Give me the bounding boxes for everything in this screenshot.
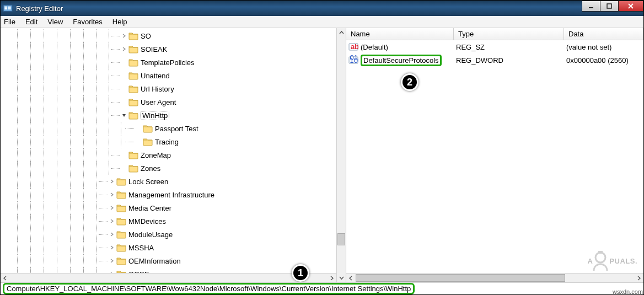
minimize-button[interactable] [582, 1, 600, 12]
tree-item-label: Url History [141, 85, 174, 93]
column-name[interactable]: Name [346, 28, 454, 40]
titlebar[interactable]: Registry Editor [1, 1, 643, 16]
expand-arrow-icon[interactable] [109, 244, 115, 251]
tree-item-label: Management Infrastructure [128, 191, 214, 199]
tree-item[interactable]: OEMInformation [1, 254, 346, 267]
tree-item[interactable]: Lock Screen [1, 175, 346, 188]
svg-text:ab: ab [351, 42, 358, 51]
tree-item-label: Unattend [141, 72, 170, 80]
expand-arrow-icon[interactable] [109, 205, 115, 211]
tree-item[interactable]: Url History [1, 82, 346, 95]
close-button[interactable] [618, 1, 643, 12]
expand-arrow-icon[interactable] [121, 85, 127, 92]
menubar: File Edit View Favorites Help [1, 16, 643, 28]
tree-item-label: ZoneMap [141, 151, 171, 159]
expand-arrow-icon[interactable] [109, 231, 115, 238]
menu-file[interactable]: File [4, 18, 15, 26]
expand-arrow-icon[interactable] [121, 72, 127, 79]
expand-arrow-icon[interactable] [109, 178, 115, 185]
tree-item[interactable]: ZoneMap [1, 148, 346, 162]
registry-tree[interactable]: SOSOIEAKTemplatePoliciesUnattendUrl Hist… [1, 28, 346, 273]
tree-item[interactable]: SOIEAK [1, 42, 346, 56]
value-type: REG_SZ [454, 43, 564, 51]
value-row[interactable]: ab(Default)REG_SZ(value not set) [346, 40, 643, 53]
maximize-button[interactable] [600, 1, 619, 12]
annotation-badge-1: 1 [292, 264, 309, 282]
column-data[interactable]: Data [564, 28, 643, 40]
workspace: SOSOIEAKTemplatePoliciesUnattendUrl Hist… [1, 28, 643, 282]
expand-arrow-icon[interactable] [109, 258, 115, 264]
values-list[interactable]: ab(Default)REG_SZ(value not set)01101001… [346, 40, 643, 273]
value-type: REG_DWORD [454, 56, 564, 65]
expand-arrow-icon[interactable] [121, 152, 127, 158]
column-type[interactable]: Type [454, 28, 564, 40]
address-path: Computer\HKEY_LOCAL_MACHINE\SOFTWARE\Wow… [3, 283, 415, 294]
values-scrollbar-horizontal[interactable] [346, 273, 643, 282]
tree-item[interactable]: Unattend [1, 69, 346, 82]
tree-item[interactable]: Tracing [1, 135, 346, 148]
tree-item[interactable]: ModuleUsage [1, 228, 346, 241]
expand-arrow-icon[interactable] [121, 33, 127, 39]
menu-view[interactable]: View [47, 18, 63, 26]
scroll-down-button[interactable] [337, 273, 346, 282]
value-row[interactable]: 01101001DefaultSecureProtocolsREG_DWORD0… [346, 53, 643, 67]
tree-pane: SOSOIEAKTemplatePoliciesUnattendUrl Hist… [1, 28, 346, 282]
tree-item[interactable]: User Agent [1, 95, 346, 109]
scroll-thumb[interactable] [356, 274, 565, 282]
expand-arrow-icon[interactable] [121, 165, 127, 171]
expand-arrow-icon[interactable] [109, 218, 115, 224]
value-data: 0x00000a00 (2560) [564, 56, 643, 65]
tree-item[interactable]: TemplatePolicies [1, 56, 346, 69]
svg-marker-8 [122, 114, 126, 117]
value-name: (Default) [361, 43, 388, 51]
tree-item[interactable]: Zones [1, 162, 346, 175]
regedit-window: Registry Editor File Edit View Favorites… [0, 0, 644, 295]
scroll-up-button[interactable] [337, 28, 346, 37]
tree-item-label: Zones [141, 164, 160, 173]
tree-item-label: Tracing [155, 138, 179, 146]
menu-help[interactable]: Help [112, 18, 127, 26]
value-name: DefaultSecureProtocols [361, 55, 442, 66]
svg-text:1001: 1001 [350, 56, 359, 65]
svg-rect-5 [607, 4, 611, 8]
tree-item-label: SO [141, 32, 151, 40]
tree-item-label: Media Center [128, 204, 171, 212]
svg-rect-2 [4, 8, 7, 9]
expand-arrow-icon[interactable] [121, 46, 127, 52]
tree-item-label: WinHttp [141, 111, 169, 120]
tree-item-label: SOIEAK [141, 45, 167, 53]
tree-item[interactable]: Management Infrastructure [1, 188, 346, 201]
tree-item[interactable]: Media Center [1, 201, 346, 214]
values-header: Name Type Data [346, 28, 643, 40]
tree-item-label: ModuleUsage [128, 230, 173, 239]
expand-arrow-icon[interactable] [135, 138, 142, 145]
tree-item[interactable]: MMDevices [1, 214, 346, 228]
tree-item[interactable]: SO [1, 29, 346, 42]
tree-item[interactable]: WinHttp [1, 109, 346, 122]
values-pane: Name Type Data ab(Default)REG_SZ(value n… [346, 28, 643, 282]
expand-arrow-icon[interactable] [109, 191, 115, 198]
scroll-right-button[interactable] [634, 273, 643, 282]
watermark: A PUALS. [587, 249, 637, 273]
scroll-thumb[interactable] [337, 233, 345, 245]
menu-edit[interactable]: Edit [25, 18, 37, 26]
tree-item[interactable]: Passport Test [1, 122, 346, 135]
scroll-left-button[interactable] [1, 273, 10, 282]
expand-arrow-icon[interactable] [135, 125, 142, 132]
expand-arrow-icon[interactable] [121, 112, 127, 119]
tree-scrollbar-horizontal[interactable] [1, 273, 336, 282]
tree-scrollbar-vertical[interactable] [336, 28, 346, 282]
statusbar: Computer\HKEY_LOCAL_MACHINE\SOFTWARE\Wow… [1, 282, 643, 294]
menu-favorites[interactable]: Favorites [73, 18, 102, 26]
tree-item-label: User Agent [141, 98, 176, 106]
expand-arrow-icon[interactable] [121, 59, 127, 66]
tree-item-label: MSSHA [128, 244, 154, 252]
scroll-left-button[interactable] [346, 273, 356, 282]
window-title: Registry Editor [16, 4, 63, 13]
svg-rect-15 [598, 251, 603, 254]
scroll-right-button[interactable] [327, 273, 336, 282]
tree-item-label: Passport Test [155, 125, 198, 133]
expand-arrow-icon[interactable] [121, 99, 127, 105]
image-source: wsxdn.com [613, 288, 643, 295]
tree-item[interactable]: MSSHA [1, 241, 346, 254]
